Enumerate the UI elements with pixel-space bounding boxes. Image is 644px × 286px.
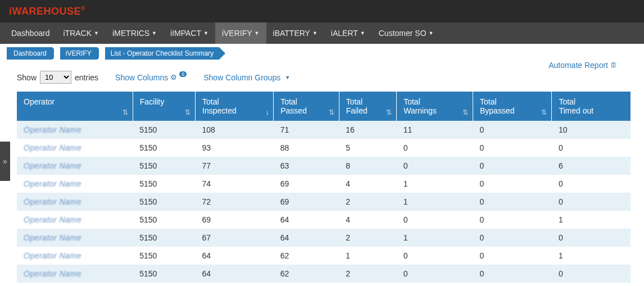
nav-item-ibattery[interactable]: iBATTERY▼ xyxy=(266,22,324,44)
col-header-facility[interactable]: Facility⇅ xyxy=(133,92,195,121)
automate-report-link[interactable]: Automate Report 🗓 xyxy=(548,61,617,70)
cell-failed: 2 xyxy=(339,265,397,283)
col-header-operator[interactable]: Operator⇅ xyxy=(17,92,133,121)
cell-passed: 88 xyxy=(274,139,339,157)
table-row: Operator Name515064622000 xyxy=(17,265,631,283)
cell-warnings: 0 xyxy=(397,157,473,175)
cell-facility: 5150 xyxy=(133,229,195,247)
breadcrumb-1[interactable]: iVERIFY xyxy=(60,47,97,60)
table-controls: Show 10 entries Show Columns ⚙6 Show Col… xyxy=(17,63,631,92)
main-nav: DashboardiTRACK▼iMETRICS▼iIMPACT▼iVERIFY… xyxy=(0,22,644,44)
cell-inspected: 69 xyxy=(196,211,274,229)
cell-timedout: 1 xyxy=(552,211,631,229)
cell-operator[interactable]: Operator Name xyxy=(17,121,133,139)
chevron-down-icon: ▼ xyxy=(203,30,208,36)
breadcrumb-row: DashboardiVERIFYList - Operator Checklis… xyxy=(0,44,644,63)
sort-icon: ⇅ xyxy=(462,108,468,116)
chevron-down-icon: ▼ xyxy=(360,30,365,36)
sidebar-expand-toggle[interactable]: » xyxy=(0,142,10,181)
brand-rest: WAREHOUSE xyxy=(12,6,81,17)
nav-item-label: Customer SO xyxy=(379,29,427,38)
col-header-total-passed[interactable]: TotalPassed⇅ xyxy=(274,92,339,121)
cell-warnings: 11 xyxy=(397,121,473,139)
cell-operator[interactable]: Operator Name xyxy=(17,157,133,175)
page-size-select[interactable]: 10 xyxy=(40,71,71,84)
gear-icon: ⚙ xyxy=(170,73,177,81)
cell-operator[interactable]: Operator Name xyxy=(17,211,133,229)
cell-inspected: 93 xyxy=(196,139,274,157)
cell-operator[interactable]: Operator Name xyxy=(17,229,133,247)
cell-timedout: 0 xyxy=(552,139,631,157)
cell-inspected: 64 xyxy=(196,247,274,265)
operator-link[interactable]: Operator Name xyxy=(24,143,81,152)
content: » Automate Report 🗓 Show 10 entries Show… xyxy=(0,63,644,283)
nav-item-imetrics[interactable]: iMETRICS▼ xyxy=(106,22,164,44)
cell-passed: 63 xyxy=(274,157,339,175)
chevron-down-icon: ▼ xyxy=(312,30,318,36)
cell-operator[interactable]: Operator Name xyxy=(17,265,133,283)
col-header-total-timed-out[interactable]: TotalTimed out xyxy=(552,92,631,121)
operator-link[interactable]: Operator Name xyxy=(24,197,81,206)
cell-passed: 71 xyxy=(274,121,339,139)
show-columns-button[interactable]: Show Columns ⚙6 xyxy=(115,73,187,82)
cell-timedout: 0 xyxy=(552,265,631,283)
table-row: Operator Name515069644001 xyxy=(17,211,631,229)
col-header-total-bypassed[interactable]: TotalBypassed⇅ xyxy=(473,92,551,121)
operator-link[interactable]: Operator Name xyxy=(24,269,81,278)
cell-warnings: 1 xyxy=(397,229,473,247)
sort-icon: ⇅ xyxy=(541,108,547,116)
table-row: Operator Name515074694100 xyxy=(17,175,631,193)
breadcrumb-2[interactable]: List - Operator Checklist Summary xyxy=(105,47,219,60)
cell-operator[interactable]: Operator Name xyxy=(17,247,133,265)
cell-facility: 5150 xyxy=(133,265,195,283)
sort-icon: ⇅ xyxy=(123,108,128,116)
brand-reg: ® xyxy=(81,6,85,12)
sort-icon: ⇅ xyxy=(329,108,334,116)
cell-passed: 62 xyxy=(274,247,339,265)
cell-operator[interactable]: Operator Name xyxy=(17,139,133,157)
cell-timedout: 0 xyxy=(552,175,631,193)
cell-failed: 16 xyxy=(339,121,397,139)
operator-link[interactable]: Operator Name xyxy=(24,179,81,188)
operator-link[interactable]: Operator Name xyxy=(24,251,81,260)
sort-icon: ↓ xyxy=(265,108,269,116)
nav-item-itrack[interactable]: iTRACK▼ xyxy=(57,22,106,44)
cell-facility: 5150 xyxy=(133,157,195,175)
cell-facility: 5150 xyxy=(133,121,195,139)
col-header-total-failed[interactable]: TotalFailed⇅ xyxy=(339,92,397,121)
nav-item-ialert[interactable]: iALERT▼ xyxy=(324,22,372,44)
operator-link[interactable]: Operator Name xyxy=(24,161,81,170)
cell-failed: 5 xyxy=(339,139,397,157)
cell-operator[interactable]: Operator Name xyxy=(17,175,133,193)
cell-timedout: 6 xyxy=(552,157,631,175)
cell-inspected: 77 xyxy=(196,157,274,175)
cell-facility: 5150 xyxy=(133,211,195,229)
table-row: Operator Name515077638006 xyxy=(17,157,631,175)
nav-item-customer-so[interactable]: Customer SO▼ xyxy=(372,22,441,44)
nav-item-iverify[interactable]: iVERIFY▼ xyxy=(215,22,266,44)
col-header-total-inspected[interactable]: TotalInspected↓ xyxy=(196,92,274,121)
breadcrumb-0[interactable]: Dashboard xyxy=(7,47,52,60)
cell-passed: 64 xyxy=(274,211,339,229)
operator-link[interactable]: Operator Name xyxy=(24,215,81,224)
nav-item-iimpact[interactable]: iIMPACT▼ xyxy=(164,22,215,44)
show-column-groups-button[interactable]: Show Column Groups ▼ xyxy=(203,73,290,82)
operator-link[interactable]: Operator Name xyxy=(24,233,81,242)
cell-operator[interactable]: Operator Name xyxy=(17,193,133,211)
cell-failed: 4 xyxy=(339,211,397,229)
cell-passed: 69 xyxy=(274,175,339,193)
col-header-total-warnings[interactable]: TotalWarnings⇅ xyxy=(397,92,473,121)
topbar: iWAREHOUSE® xyxy=(0,0,644,22)
nav-item-label: iMETRICS xyxy=(112,29,149,38)
operator-link[interactable]: Operator Name xyxy=(24,125,81,134)
automate-report-label: Automate Report xyxy=(548,61,608,70)
cell-warnings: 0 xyxy=(397,139,473,157)
nav-item-dashboard[interactable]: Dashboard xyxy=(4,22,57,44)
nav-item-label: iVERIFY xyxy=(222,29,252,38)
nav-item-label: iBATTERY xyxy=(273,29,310,38)
cell-facility: 5150 xyxy=(133,247,195,265)
chevron-down-icon: ▼ xyxy=(429,30,434,36)
sort-icon: ⇅ xyxy=(185,108,191,116)
cell-warnings: 0 xyxy=(397,247,473,265)
cell-bypassed: 0 xyxy=(473,247,551,265)
